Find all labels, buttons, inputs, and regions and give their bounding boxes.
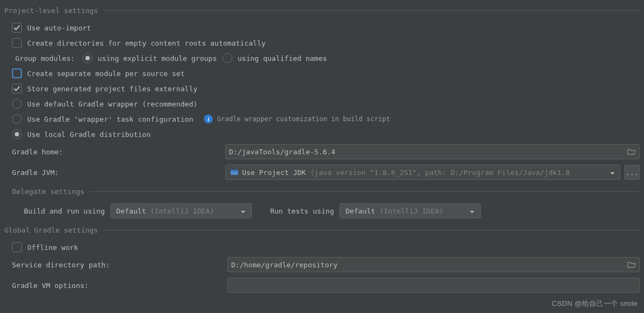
label-more: ... [626, 168, 638, 177]
label-group-modules: Group modules: [15, 54, 75, 62]
combo-gradle-jvm[interactable]: Use Project JDK (java version "1.8.0_251… [225, 165, 620, 180]
row-gradle-jvm: Gradle JVM: Use Project JDK (java versio… [4, 162, 640, 183]
jvm-sub-text: (java version "1.8.0_251", path: D:/Prog… [306, 168, 569, 177]
combo-run-tests[interactable]: Default (IntelliJ IDEA) [339, 203, 481, 218]
section-project-level: Project-level settings [4, 7, 640, 15]
info-icon: i [204, 115, 213, 123]
row-offline-work: Offline work [4, 240, 640, 255]
check-icon [14, 24, 20, 31]
check-icon [14, 85, 20, 92]
folder-open-icon[interactable] [627, 148, 636, 155]
checkbox-create-dirs[interactable] [12, 38, 22, 48]
label-build-run: Build and run using [24, 207, 105, 215]
radio-gradle-default[interactable] [12, 99, 22, 109]
row-create-dirs: Create directories for empty content roo… [4, 35, 640, 51]
row-auto-import: Use auto-import [4, 20, 640, 35]
folder-open-icon[interactable] [627, 261, 636, 268]
input-gradle-home[interactable]: D:/javaTools/gradle-5.6.4 [225, 144, 640, 159]
jvm-main-text: Use Project JDK [242, 168, 306, 177]
input-vm-options[interactable] [227, 278, 640, 293]
jdk-icon [230, 168, 239, 177]
row-vm-options: Gradle VM options: [4, 276, 640, 296]
chevron-down-icon [469, 208, 475, 214]
row-gradle-default: Use default Gradle wrapper (recommended) [4, 96, 640, 111]
label-vm-options: Gradle VM options: [12, 281, 227, 290]
label-gradle-home: Gradle home: [12, 148, 225, 156]
input-service-dir[interactable]: D:/home/gradle/repository [227, 257, 640, 272]
section-global: Global Gradle settings [4, 226, 640, 234]
divider [103, 10, 640, 11]
label-explicit-groups: using explicit module groups [98, 54, 217, 62]
label-gradle-default: Use default Gradle wrapper (recommended) [27, 100, 197, 108]
row-gradle-local: Use local Gradle distribution [4, 127, 640, 142]
label-store-external: Store generated project files externally [27, 85, 197, 93]
section-delegate: Delegate settings [4, 187, 640, 196]
run-tests-main: Default [345, 207, 375, 215]
radio-gradle-task[interactable] [12, 114, 22, 124]
label-offline-work: Offline work [27, 243, 78, 252]
label-gradle-jvm: Gradle JVM: [12, 168, 225, 177]
row-delegate: Build and run using Default (IntelliJ ID… [4, 201, 640, 222]
value-service-dir: D:/home/gradle/repository [231, 261, 627, 269]
label-gradle-task: Use Gradle 'wrapper' task configuration [27, 115, 193, 123]
radio-gradle-local[interactable] [12, 129, 22, 139]
section-title: Project-level settings [4, 7, 98, 15]
run-tests-sub: (IntelliJ IDEA) [375, 207, 443, 215]
row-gradle-home: Gradle home: D:/javaTools/gradle-5.6.4 [4, 142, 640, 162]
section-title: Delegate settings [12, 187, 84, 196]
divider [90, 191, 640, 192]
label-auto-import: Use auto-import [27, 24, 91, 32]
label-run-tests: Run tests using [270, 207, 334, 215]
label-gradle-local: Use local Gradle distribution [27, 130, 151, 139]
row-gradle-task: Use Gradle 'wrapper' task configuration … [4, 111, 640, 127]
checkbox-store-external[interactable] [12, 84, 22, 93]
chevron-down-icon [610, 170, 615, 175]
section-title: Global Gradle settings [4, 226, 98, 234]
row-store-external: Store generated project files externally [4, 81, 640, 96]
combo-build-run[interactable]: Default (IntelliJ IDEA) [110, 203, 252, 218]
label-qualified-names: using qualified names [238, 54, 327, 62]
row-group-modules: Group modules: using explicit module gro… [4, 51, 640, 66]
svg-rect-1 [231, 170, 238, 171]
label-service-dir: Service directory path: [12, 261, 227, 269]
label-create-dirs: Create directories for empty content roo… [27, 39, 265, 47]
checkbox-auto-import[interactable] [12, 23, 22, 33]
checkbox-separate-module[interactable] [12, 68, 22, 78]
label-separate-module: Create separate module per source set [27, 70, 185, 78]
radio-explicit-groups[interactable] [83, 53, 92, 63]
chevron-down-icon [240, 208, 246, 214]
build-run-main: Default [116, 207, 146, 215]
checkbox-offline-work[interactable] [12, 242, 22, 252]
hint-gradle-task: Gradle wrapper customization in build sc… [217, 115, 390, 123]
row-service-dir: Service directory path: D:/home/gradle/r… [4, 255, 640, 276]
row-separate-module: Create separate module per source set [4, 66, 640, 81]
build-run-sub: (IntelliJ IDEA) [146, 207, 214, 215]
watermark: CSDN @给自己一个 smile [552, 299, 637, 309]
button-jvm-more[interactable]: ... [624, 165, 640, 180]
value-gradle-home: D:/javaTools/gradle-5.6.4 [229, 148, 627, 156]
divider [103, 230, 640, 230]
radio-qualified-names[interactable] [222, 53, 232, 63]
